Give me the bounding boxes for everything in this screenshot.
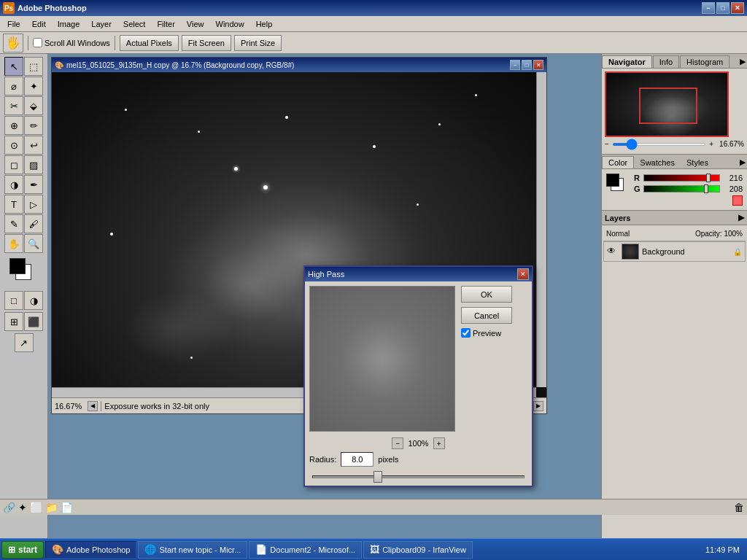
color-picker-area[interactable] xyxy=(9,258,39,287)
stamp-tool[interactable]: ⊙ xyxy=(4,136,23,155)
dodge-tool[interactable]: ◑ xyxy=(4,175,23,194)
highpass-cancel-button[interactable]: Cancel xyxy=(461,307,512,324)
tab-styles[interactable]: Styles xyxy=(681,157,714,168)
healing-tool[interactable]: ⊕ xyxy=(4,116,23,135)
full-screen-btn[interactable]: ⬛ xyxy=(24,312,43,331)
navigator-zoom-slider[interactable] xyxy=(612,143,706,146)
r-slider[interactable] xyxy=(643,174,720,182)
tab-navigator[interactable]: Navigator xyxy=(602,55,652,68)
foreground-color-swatch[interactable] xyxy=(9,258,26,274)
wand-tool[interactable]: ✦ xyxy=(24,77,43,96)
g-slider[interactable] xyxy=(643,185,720,192)
r-thumb[interactable] xyxy=(706,174,711,182)
menu-filter[interactable]: Filter xyxy=(151,18,180,30)
layer-visibility-icon[interactable]: 👁 xyxy=(607,246,619,257)
doc-scrollbar-vertical[interactable] xyxy=(536,72,546,387)
nav-panel-menu[interactable]: ▶ xyxy=(738,55,747,68)
star-bright-2 xyxy=(263,185,268,190)
path-tool[interactable]: ▷ xyxy=(24,195,43,214)
tool-row-8: T ▷ xyxy=(4,195,43,214)
highpass-zoom-plus[interactable]: + xyxy=(433,438,445,449)
history-tool[interactable]: ↩ xyxy=(24,136,43,155)
nav-view-indicator[interactable] xyxy=(639,88,697,124)
pen-tool[interactable]: ✒ xyxy=(24,175,43,194)
highpass-preview-label[interactable]: Preview xyxy=(461,328,519,338)
scroll-all-checkbox[interactable]: Scroll All Windows xyxy=(33,38,110,47)
crop-tool[interactable]: ✂ xyxy=(4,96,23,115)
zoom-tool[interactable]: 🔍 xyxy=(24,234,43,253)
screen-mode-btn[interactable]: ⊞ xyxy=(4,312,23,331)
nav-zoom-plus[interactable]: + xyxy=(709,140,713,148)
eyedropper-tool[interactable]: 🖋 xyxy=(24,214,43,233)
layer-name: Background xyxy=(642,247,730,256)
tab-color[interactable]: Color xyxy=(602,156,634,168)
minimize-button[interactable]: − xyxy=(702,2,715,14)
highpass-dialog: High Pass ✕ OK Cancel Preview − 100% + xyxy=(303,265,533,487)
pixels-label: pixels xyxy=(378,455,398,464)
move-tool[interactable]: ↖ xyxy=(4,57,23,76)
hand-tool-icon[interactable]: 🖐 xyxy=(3,34,23,52)
lasso-tool[interactable]: ⌀ xyxy=(4,77,23,96)
hand-tool-btn[interactable]: ✋ xyxy=(4,234,23,253)
start-button[interactable]: ⊞ start xyxy=(1,541,44,559)
menu-help[interactable]: Help xyxy=(250,18,279,30)
menu-file[interactable]: File xyxy=(1,18,26,30)
brush-tool[interactable]: ✏ xyxy=(24,116,43,135)
highpass-zoom-minus[interactable]: − xyxy=(392,438,403,449)
type-tool[interactable]: T xyxy=(4,195,23,214)
doc-close[interactable]: ✕ xyxy=(533,60,543,70)
eraser-tool[interactable]: ◻ xyxy=(4,155,23,174)
layer-background-row[interactable]: 👁 Background 🔒 xyxy=(603,241,746,262)
color-panel-menu[interactable]: ▶ xyxy=(738,156,747,168)
tab-histogram[interactable]: Histogram xyxy=(680,55,729,68)
delete-layer-icon[interactable]: 🗑 xyxy=(734,502,744,513)
toolbar-separator-2 xyxy=(115,36,115,50)
color-swatches-fg-bg[interactable] xyxy=(606,174,627,194)
highpass-close-button[interactable]: ✕ xyxy=(517,268,529,280)
print-size-button[interactable]: Print Size xyxy=(234,35,282,51)
jump-to-btn[interactable]: ↗ xyxy=(15,333,34,352)
gradient-tool[interactable]: ▨ xyxy=(24,155,43,174)
g-thumb[interactable] xyxy=(704,184,708,193)
radius-input[interactable] xyxy=(341,452,374,467)
highpass-preview-checkbox[interactable] xyxy=(461,328,471,338)
slice-tool[interactable]: ⬙ xyxy=(24,96,43,115)
layers-header: Layers ▶ xyxy=(602,211,747,225)
menu-view[interactable]: View xyxy=(181,18,210,30)
tab-info[interactable]: Info xyxy=(653,55,679,68)
nebula-wing-left xyxy=(125,291,234,364)
doc-controls: − □ ✕ xyxy=(510,60,543,70)
menu-select[interactable]: Select xyxy=(117,18,152,30)
status-arrow-left[interactable]: ◀ xyxy=(88,401,98,411)
r-label: R xyxy=(634,174,641,182)
menu-layer[interactable]: Layer xyxy=(85,18,117,30)
maximize-button[interactable]: □ xyxy=(716,2,729,14)
nav-zoom-minus[interactable]: − xyxy=(605,140,609,148)
taskbar-photoshop[interactable]: 🎨 Adobe Photoshop xyxy=(45,541,136,559)
tab-swatches[interactable]: Swatches xyxy=(634,157,681,168)
radius-slider[interactable] xyxy=(312,475,525,478)
close-button[interactable]: ✕ xyxy=(731,2,744,14)
menu-edit[interactable]: Edit xyxy=(26,18,52,30)
actual-pixels-button[interactable]: Actual Pixels xyxy=(120,35,179,51)
menu-window[interactable]: Window xyxy=(210,18,250,30)
taskbar-word[interactable]: 📄 Document2 - Microsof... xyxy=(249,541,362,559)
quick-mask-on[interactable]: ◑ xyxy=(24,291,43,310)
quick-mask-off[interactable]: □ xyxy=(4,291,23,310)
highpass-radius-row: Radius: pixels xyxy=(309,452,527,467)
foreground-color[interactable] xyxy=(606,174,619,187)
doc-maximize[interactable]: □ xyxy=(522,60,532,70)
notes-tool[interactable]: ✎ xyxy=(4,214,23,233)
navigator-thumbnail xyxy=(605,71,729,137)
status-arrow-right[interactable]: ▶ xyxy=(533,401,543,411)
fit-screen-button[interactable]: Fit Screen xyxy=(182,35,231,51)
photoshop-label: Adobe Photoshop xyxy=(66,545,130,554)
layers-panel-menu[interactable]: ▶ xyxy=(738,213,744,222)
doc-minimize[interactable]: − xyxy=(510,60,520,70)
taskbar-browser[interactable]: 🌐 Start new topic - Micr... xyxy=(138,541,247,559)
scroll-all-check-input[interactable] xyxy=(33,38,42,47)
menu-image[interactable]: Image xyxy=(52,18,86,30)
taskbar-irfanview[interactable]: 🖼 Clipboard09 - IrfanView xyxy=(363,541,473,559)
marquee-tool[interactable]: ⬚ xyxy=(24,57,43,76)
highpass-ok-button[interactable]: OK xyxy=(461,286,512,303)
